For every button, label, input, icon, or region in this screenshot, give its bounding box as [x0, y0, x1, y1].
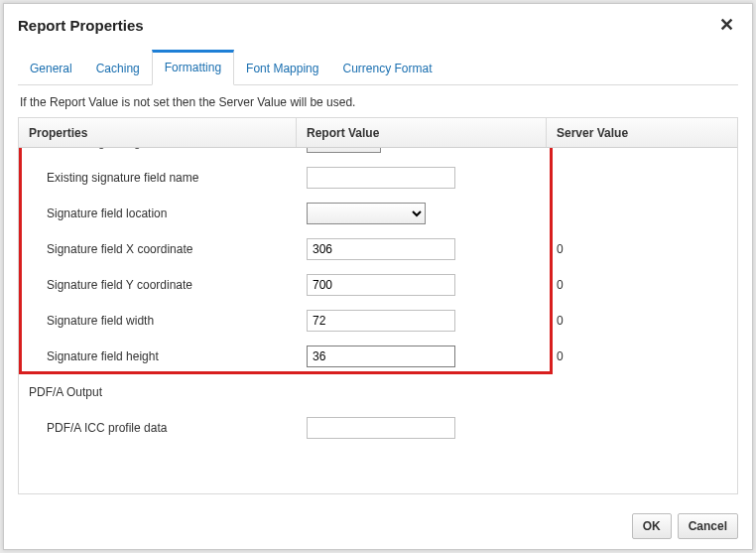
col-header-properties: Properties	[19, 118, 297, 147]
x-coord-input[interactable]	[307, 238, 455, 260]
tabs: General Caching Formatting Font Mapping …	[18, 50, 738, 85]
col-header-server-value: Server Value	[547, 118, 737, 147]
prop-label: Signature field location	[19, 207, 297, 220]
server-value: 0	[547, 242, 737, 256]
y-coord-input[interactable]	[307, 274, 455, 296]
dialog: Report Properties ✕ General Caching Form…	[3, 3, 753, 550]
row-location: Signature field location	[19, 196, 737, 231]
close-icon[interactable]: ✕	[715, 14, 738, 36]
row-icc-profile: PDF/A ICC profile data	[19, 410, 737, 446]
footer: OK Cancel	[4, 503, 752, 549]
row-width: Signature field width 0	[19, 303, 737, 339]
height-input[interactable]	[307, 346, 455, 367]
prop-label: Existing signature field name	[19, 171, 297, 185]
row-x-coord: Signature field X coordinate 0	[19, 231, 737, 267]
table-scroll[interactable]: PDF Digital Signature Enable Digital Sig…	[19, 148, 737, 493]
server-value: False	[547, 148, 737, 149]
prop-label: Signature field height	[19, 349, 297, 363]
cancel-button[interactable]: Cancel	[678, 513, 738, 539]
server-value: 0	[547, 278, 737, 292]
titlebar: Report Properties ✕	[4, 4, 752, 44]
prop-label: Signature field Y coordinate	[19, 278, 297, 292]
server-value: 0	[547, 349, 737, 363]
tab-general[interactable]: General	[18, 51, 84, 85]
enable-signature-select[interactable]: True	[307, 148, 381, 153]
tab-formatting[interactable]: Formatting	[152, 50, 234, 85]
dialog-title: Report Properties	[18, 17, 144, 34]
section-pdfa-output: PDF/A Output	[19, 374, 737, 410]
row-height: Signature field height 0	[19, 339, 737, 374]
location-select[interactable]	[307, 203, 426, 224]
prop-label: Enable Digital Signature	[19, 148, 297, 149]
icc-profile-input[interactable]	[307, 417, 455, 439]
prop-label: PDF/A ICC profile data	[19, 421, 297, 435]
tab-caching[interactable]: Caching	[84, 51, 152, 85]
server-value: 0	[547, 314, 737, 328]
row-y-coord: Signature field Y coordinate 0	[19, 267, 737, 303]
existing-name-input[interactable]	[307, 167, 455, 189]
spacer	[19, 446, 737, 493]
row-existing-name: Existing signature field name	[19, 160, 737, 196]
width-input[interactable]	[307, 310, 455, 332]
ok-button[interactable]: OK	[632, 513, 672, 539]
description-text: If the Report Value is not set then the …	[18, 85, 738, 117]
row-enable-signature: Enable Digital Signature True False	[19, 148, 737, 160]
table-header: Properties Report Value Server Value	[19, 118, 737, 148]
content: General Caching Formatting Font Mapping …	[4, 50, 752, 504]
tab-currency-format[interactable]: Currency Format	[330, 51, 443, 85]
section-label: PDF/A Output	[19, 379, 297, 405]
prop-label: Signature field X coordinate	[19, 242, 297, 256]
prop-label: Signature field width	[19, 314, 297, 328]
tab-font-mapping[interactable]: Font Mapping	[234, 51, 330, 85]
col-header-report-value: Report Value	[297, 118, 547, 147]
properties-table: Properties Report Value Server Value PDF…	[18, 117, 738, 494]
